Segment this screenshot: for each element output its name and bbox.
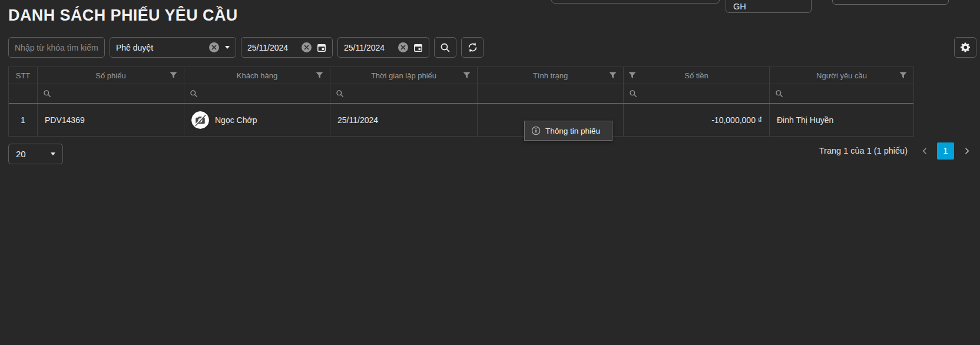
filter-cell-tinh-trang <box>478 84 624 103</box>
filter-icon[interactable] <box>463 72 471 79</box>
calendar-icon[interactable] <box>413 43 423 52</box>
filter-icon[interactable] <box>316 72 323 79</box>
row-info-popup-label: Thông tin phiếu <box>545 127 600 135</box>
status-filter-value: Phê duyệt <box>116 43 209 52</box>
column-search-icon <box>190 89 198 98</box>
cell-thoi-gian: 25/11/2024 <box>330 104 478 136</box>
pager-info: Trang 1 của 1 (1 phiếu) <box>819 146 908 155</box>
search-input[interactable] <box>8 37 105 58</box>
column-header-nguoi-yeu-cau[interactable]: Người yêu cầu <box>770 67 913 84</box>
page-1-button[interactable]: 1 <box>937 142 954 160</box>
info-icon <box>531 126 541 135</box>
filter-cell-stt <box>9 84 38 103</box>
column-search-icon <box>336 89 344 98</box>
filter-cell-thoi-gian[interactable] <box>330 84 478 103</box>
column-header-tinh-trang[interactable]: Tình trạng <box>478 67 624 84</box>
page-title: DANH SÁCH PHIẾU YÊU CẦU <box>8 6 238 25</box>
cell-so-phieu: PDV14369 <box>38 104 184 136</box>
chevron-down-icon <box>225 46 230 49</box>
date-from-picker[interactable]: 25/11/2024 <box>241 37 333 58</box>
filter-cell-so-tien[interactable] <box>624 84 770 103</box>
top-partial-input-center[interactable]: GH <box>726 0 812 13</box>
table-filter-row <box>9 84 913 104</box>
clear-icon[interactable] <box>302 42 312 52</box>
page: GH DANH SÁCH PHIẾU YÊU CẦU Phê duyệt 25/… <box>0 0 980 345</box>
pager: Trang 1 của 1 (1 phiếu) 1 <box>819 141 973 160</box>
clear-icon[interactable] <box>398 42 408 52</box>
clear-icon[interactable] <box>209 42 219 52</box>
cell-nguoi-yeu-cau: Đinh Thị Huyền <box>770 104 913 136</box>
cell-so-tien: -10,000,000 ₫ <box>624 104 770 136</box>
filter-icon[interactable] <box>899 72 907 79</box>
filter-cell-so-phieu[interactable] <box>38 84 184 103</box>
column-header-thoi-gian[interactable]: Thời gian lập phiếu <box>330 67 478 84</box>
cell-stt: 1 <box>9 104 38 136</box>
column-header-khach-hang[interactable]: Khách hàng <box>184 67 330 84</box>
filter-cell-nguoi-yeu-cau[interactable] <box>770 84 913 103</box>
column-header-so-tien[interactable]: Số tiền <box>624 67 770 84</box>
column-search-icon <box>775 89 783 98</box>
filter-icon[interactable] <box>170 72 177 79</box>
refresh-button[interactable] <box>461 37 484 58</box>
calendar-icon[interactable] <box>317 43 326 52</box>
table-header-row: STT Số phiếu Khách hàng Thời gian lập ph… <box>9 67 913 84</box>
date-from-value: 25/11/2024 <box>247 43 296 52</box>
avatar <box>191 111 209 129</box>
column-search-icon <box>43 89 51 98</box>
date-to-picker[interactable]: 25/11/2024 <box>337 37 429 58</box>
column-header-stt: STT <box>9 67 38 84</box>
filter-icon[interactable] <box>628 72 636 79</box>
prev-page-button[interactable] <box>918 143 931 158</box>
search-button[interactable] <box>434 37 456 58</box>
top-partial-input-left[interactable] <box>551 0 720 4</box>
next-page-button[interactable] <box>960 143 973 158</box>
settings-button[interactable] <box>954 37 976 58</box>
table-row[interactable]: 1 PDV14369 Ngọc Chớp <box>9 104 913 136</box>
column-header-so-phieu[interactable]: Số phiếu <box>38 67 184 84</box>
top-partial-input-right[interactable] <box>832 0 949 5</box>
toolbar: Phê duyệt 25/11/2024 25/11/2024 <box>8 37 484 58</box>
top-partial-input-value: GH <box>733 2 746 11</box>
column-search-icon <box>629 89 637 98</box>
refresh-icon <box>467 42 478 53</box>
page-size-value: 20 <box>16 149 26 159</box>
row-info-popup-button[interactable]: Thông tin phiếu <box>524 121 612 141</box>
search-icon <box>440 42 451 53</box>
date-to-value: 25/11/2024 <box>344 43 393 52</box>
page-size-select[interactable]: 20 <box>8 144 63 164</box>
status-filter-select[interactable]: Phê duyệt <box>110 37 236 58</box>
filter-icon[interactable] <box>609 72 617 79</box>
chevron-down-icon <box>51 152 55 155</box>
filter-cell-khach-hang[interactable] <box>184 84 330 103</box>
gear-icon <box>960 42 971 53</box>
cell-khach-hang: Ngọc Chớp <box>184 104 330 136</box>
requests-table: STT Số phiếu Khách hàng Thời gian lập ph… <box>8 67 914 137</box>
